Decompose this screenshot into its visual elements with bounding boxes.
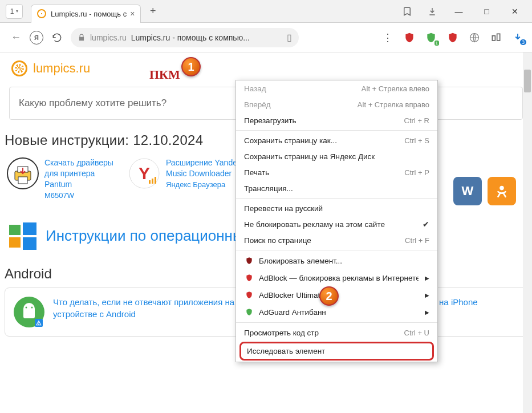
marker-2: 2 xyxy=(319,286,339,306)
cm-reload[interactable]: ПерезагрузитьCtrl + R xyxy=(236,112,437,128)
downloads-badge: 3 xyxy=(520,39,526,45)
url-input[interactable]: lumpics.ru Lumpics.ru - помощь с компью.… xyxy=(71,28,299,47)
svg-rect-11 xyxy=(155,177,156,184)
menu-dots-icon[interactable]: ⋮ xyxy=(381,31,394,44)
close-window-button[interactable]: ✕ xyxy=(502,0,527,23)
tab-counter[interactable]: 1 ▾ xyxy=(6,4,23,19)
site-logo-icon xyxy=(11,60,27,76)
svg-text:⚠: ⚠ xyxy=(36,319,42,326)
reader-icon[interactable]: ▯ xyxy=(287,32,292,43)
svg-rect-16 xyxy=(23,237,36,250)
article-subtitle: Яндекс Браузера xyxy=(166,180,245,189)
address-bar: ← Я lumpics.ru Lumpics.ru - помощь с ком… xyxy=(0,23,532,52)
downloads-icon[interactable] xyxy=(421,0,444,23)
ok-button[interactable] xyxy=(488,177,516,205)
cm-save-yadisk[interactable]: Сохранить страницу на Яндекс Диск xyxy=(236,148,437,164)
chevron-right-icon: ▶ xyxy=(425,309,429,315)
context-menu: НазадAlt + Стрелка влево ВперёдAlt + Стр… xyxy=(235,80,438,362)
cm-back[interactable]: НазадAlt + Стрелка влево xyxy=(236,80,437,96)
browser-tab[interactable]: Lumpics.ru - помощь с × xyxy=(31,5,141,23)
back-button[interactable]: ← xyxy=(8,30,24,46)
minimize-button[interactable]: — xyxy=(446,0,472,23)
svg-point-19 xyxy=(31,306,33,308)
reload-button[interactable] xyxy=(49,30,65,46)
tab-favicon xyxy=(37,9,46,18)
cm-cast[interactable]: Трансляция... xyxy=(236,180,437,196)
url-page-title: Lumpics.ru - помощь с компью... xyxy=(131,33,250,42)
chevron-down-icon: ▾ xyxy=(16,9,18,14)
svg-text:Y: Y xyxy=(139,164,150,183)
marker-1: 1 xyxy=(181,57,201,76)
cm-ublock[interactable]: Блокировать элемент... xyxy=(236,252,437,269)
new-tab-button[interactable]: + xyxy=(145,4,160,19)
cm-translate[interactable]: Перевести на русский xyxy=(236,200,437,216)
android-icon: ⚠ xyxy=(13,296,45,328)
svg-rect-14 xyxy=(23,222,36,235)
bookmark-star-icon[interactable] xyxy=(396,0,419,23)
cm-print[interactable]: ПечатьCtrl + P xyxy=(236,164,437,180)
svg-rect-6 xyxy=(18,177,27,184)
yandex-logo-icon[interactable]: Я xyxy=(30,31,43,44)
svg-rect-1 xyxy=(492,35,495,40)
close-tab-icon[interactable]: × xyxy=(130,9,135,18)
cm-separator xyxy=(236,130,437,131)
url-domain: lumpics.ru xyxy=(90,33,127,42)
adguard-ext-icon[interactable]: 1 xyxy=(425,31,437,44)
android-link: Что делать, если не отвечают приложения … xyxy=(53,296,251,320)
cm-separator xyxy=(236,250,437,250)
chevron-right-icon: ▶ xyxy=(425,275,429,281)
maximize-button[interactable]: □ xyxy=(474,0,499,23)
printer-icon xyxy=(7,157,39,189)
scrollbar[interactable] xyxy=(523,52,532,413)
adguard-icon xyxy=(244,307,254,317)
svg-rect-9 xyxy=(149,180,151,184)
cm-separator xyxy=(236,198,437,199)
chevron-right-icon: ▶ xyxy=(425,292,429,298)
svg-point-12 xyxy=(499,186,504,191)
cm-adblock[interactable]: AdBlock — блокировка рекламы в Интернете… xyxy=(236,269,437,286)
os-instructions-title[interactable]: Инструкции по операционны xyxy=(46,227,243,245)
cm-save-as[interactable]: Сохранить страницу как...Ctrl + S xyxy=(236,132,437,148)
article-title: Расширение Yandex Music Downloader xyxy=(166,157,245,179)
article-title: Скачать драйверы для принтера Pantum xyxy=(44,157,124,190)
adblock-ext-icon[interactable] xyxy=(446,31,459,44)
tab-title: Lumpics.ru - помощь с xyxy=(51,10,127,18)
svg-rect-2 xyxy=(497,34,500,41)
adblockerult-icon xyxy=(244,290,254,300)
yandex-browser-icon: Y xyxy=(128,157,160,189)
cm-separator xyxy=(236,322,437,323)
adblock-icon xyxy=(244,273,254,283)
cm-find[interactable]: Поиск по страницеCtrl + F xyxy=(236,232,437,248)
translate-ext-icon[interactable] xyxy=(468,31,481,44)
ublock-ext-icon[interactable] xyxy=(403,31,416,44)
scrollbar-thumb[interactable] xyxy=(524,70,531,92)
article-subtitle: M6507W xyxy=(44,191,124,200)
cm-inspect-element[interactable]: Исследовать элемент xyxy=(239,342,434,361)
search-placeholder: Какую проблему хотите решить? xyxy=(19,98,166,108)
tab-count: 1 xyxy=(10,7,14,15)
extensions-icon[interactable] xyxy=(490,31,502,44)
article-card[interactable]: Y Расширение Yandex Music Downloader Янд… xyxy=(128,157,245,200)
svg-rect-10 xyxy=(152,179,153,184)
vk-button[interactable]: W xyxy=(453,177,482,205)
svg-rect-13 xyxy=(9,225,21,235)
cm-adguard[interactable]: AdGuard Антибанн▶ xyxy=(236,303,437,321)
android-card[interactable]: ⚠ Что делать, если не отвечают приложени… xyxy=(5,288,260,337)
lock-icon xyxy=(78,34,86,42)
downloads-arrow-icon[interactable]: 3 xyxy=(511,31,524,44)
cm-noblock[interactable]: Не блокировать рекламу на этом сайте✔ xyxy=(236,216,437,232)
window-titlebar: 1 ▾ Lumpics.ru - помощь с × + — □ ✕ xyxy=(0,0,532,23)
svg-rect-15 xyxy=(9,237,21,248)
article-card[interactable]: Скачать драйверы для принтера Pantum M65… xyxy=(7,157,124,200)
cm-view-source[interactable]: Просмотреть код стрCtrl + U xyxy=(236,325,437,341)
windows-icon xyxy=(8,221,38,251)
ublock-icon xyxy=(244,256,254,266)
social-buttons: W xyxy=(453,177,516,205)
site-name[interactable]: lumpics.ru xyxy=(33,61,90,76)
android-heading: Android xyxy=(2,266,262,288)
svg-point-18 xyxy=(26,306,27,308)
cm-forward[interactable]: ВперёдAlt + Стрелка вправо xyxy=(236,96,437,112)
pkm-annotation: ПКМ xyxy=(149,67,180,82)
check-icon: ✔ xyxy=(423,220,429,229)
